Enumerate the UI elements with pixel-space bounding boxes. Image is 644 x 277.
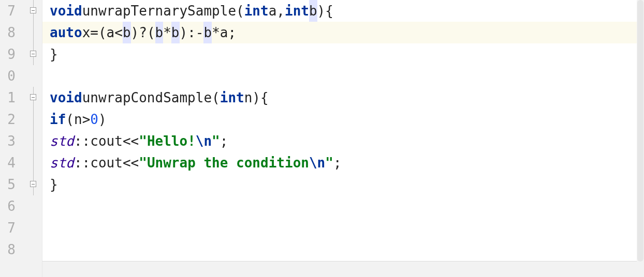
gutter-row: 7 [0,0,42,22]
var-b: b [203,22,212,43]
gutter-row: 0 [0,65,42,87]
keyword-void: void [50,87,82,109]
op-lshift: << [123,152,139,174]
op-eq: = [90,22,98,43]
gutter-row: 2 [0,109,42,130]
scope-op: :: [74,152,90,174]
string-quote: " [139,130,147,152]
line-number: 6 [0,195,17,217]
brace-close: } [50,174,58,195]
op-lt: < [114,22,123,43]
paren-open: ( [236,0,244,22]
string-literal: Hello! [147,130,196,152]
op-star: * [212,22,220,43]
gutter-row: 4 [0,152,42,174]
code-line[interactable]: } [42,174,644,195]
semicolon: ; [333,152,342,174]
line-number: 8 [0,22,17,43]
line-number: 5 [0,174,17,195]
keyword-void: void [50,0,82,22]
gutter: 7 8 9 0 1 2 3 4 5 6 7 8 [0,0,42,277]
var-b: b [171,22,180,43]
cout: cout [90,130,123,152]
fold-end-icon[interactable] [30,181,36,187]
line-number: 2 [0,109,17,130]
namespace-std: std [50,152,74,174]
line-number: 9 [0,43,17,65]
line-number: 4 [0,152,17,174]
op-colon: : [187,22,196,43]
var-a: a [220,22,228,43]
keyword-int: int [220,87,244,109]
paren-close: ) [180,22,188,43]
code-line[interactable]: void unwrapTernarySample(int a, int b) { [42,0,644,22]
paren-close: ) [98,109,107,130]
code-line-empty[interactable] [42,195,644,217]
code-line-empty[interactable] [42,65,644,87]
string-quote: " [139,152,147,174]
code-line-empty[interactable] [42,217,644,239]
escape-n: \n [196,130,212,152]
brace-close: } [50,43,58,65]
brace-open: { [260,87,269,109]
function-name: unwrapTernarySample [82,0,236,22]
var-b: b [123,22,131,43]
gutter-row: 8 [0,239,42,260]
keyword-int: int [244,0,269,22]
op-lshift: << [123,130,139,152]
gutter-row: 8 [0,22,42,43]
code-line[interactable]: } [42,43,644,65]
var-x: x [82,22,91,43]
string-quote: " [325,152,333,174]
line-number: 7 [0,217,17,239]
code-line-current[interactable]: auto x = (a < b) ? (b*b) : -b * a; [42,22,644,43]
gutter-row: 9 [0,43,42,65]
gutter-row: 3 [0,130,42,152]
op-gt: > [82,109,91,130]
code-line[interactable]: void unwrapCondSample(int n) { [42,87,644,109]
semicolon: ; [228,22,236,43]
keyword-int: int [285,0,309,22]
comma: , [276,0,285,22]
param-b: b [309,0,317,22]
code-line-empty[interactable] [42,239,644,260]
code-editor[interactable]: 7 8 9 0 1 2 3 4 5 6 7 8 void unwrapTerna… [0,0,644,277]
code-line[interactable]: std::cout << "Unwrap the condition\n"; [42,152,644,174]
var-b: b [155,22,164,43]
op-star: * [163,22,171,43]
gutter-footer [0,261,42,277]
line-number: 7 [0,0,17,22]
code-area[interactable]: void unwrapTernarySample(int a, int b) {… [42,0,644,277]
gutter-row: 6 [0,195,42,217]
line-number: 0 [0,65,17,87]
code-line[interactable]: if (n > 0) [42,109,644,130]
paren-close: ) [131,22,139,43]
gutter-row: 7 [0,217,42,239]
literal-zero: 0 [90,109,98,130]
editor-footer [42,261,644,277]
paren-close: ) [317,0,326,22]
code-line[interactable]: std::cout << "Hello!\n"; [42,130,644,152]
line-number: 8 [0,239,17,260]
scroll-thumb[interactable] [637,0,643,261]
op-qmark: ? [139,22,147,43]
escape-n: \n [309,152,325,174]
scope-op: :: [74,130,90,152]
fold-collapse-icon[interactable] [30,7,36,13]
semicolon: ; [220,130,228,152]
paren-open: ( [212,87,220,109]
vertical-scrollbar[interactable] [637,0,644,261]
paren-open: ( [98,22,107,43]
fold-end-icon[interactable] [30,51,36,57]
function-name: unwrapCondSample [82,87,212,109]
fold-collapse-icon[interactable] [30,94,36,100]
paren-open: ( [66,109,74,130]
op-minus: - [196,22,204,43]
var-n: n [74,109,82,130]
var-a: a [107,22,115,43]
paren-open: ( [147,22,155,43]
string-literal: Unwrap the condition [147,152,309,174]
keyword-if: if [50,109,66,130]
brace-open: { [325,0,333,22]
param-a: a [269,0,277,22]
